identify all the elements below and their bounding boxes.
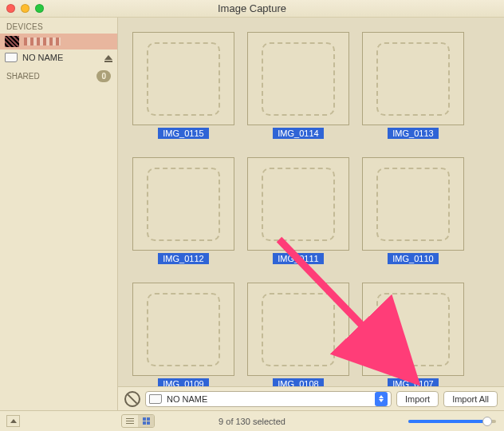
destination-dropdown[interactable]: NO NAME — [145, 391, 392, 407]
import-button[interactable]: Import — [396, 391, 439, 407]
import-toolbar: NO NAME Import Import All — [118, 386, 504, 410]
thumbnail-item[interactable]: IMG_0112 — [132, 157, 234, 265]
thumbnail-label: IMG_0114 — [273, 128, 323, 139]
thumbnail-item[interactable]: IMG_0111 — [247, 157, 349, 265]
dropdown-stepper-icon — [375, 392, 388, 406]
device-name: NO NAME — [22, 53, 100, 62]
thumbnail-label: IMG_0113 — [388, 128, 438, 139]
sidebar-shared-label: SHARED — [6, 72, 40, 81]
thumbnail-label: IMG_0112 — [158, 253, 208, 264]
thumbnail-label: IMG_0115 — [158, 128, 208, 139]
slider-knob[interactable] — [482, 417, 492, 426]
thumbnail-grid: IMG_0115 IMG_0114 IMG_0113 IMG_0112 IMG_… — [118, 18, 504, 386]
thumbnail-label: IMG_0110 — [388, 253, 438, 264]
destination-name: NO NAME — [167, 394, 370, 404]
thumbnail-label: IMG_0108 — [273, 378, 323, 386]
grid-view-button[interactable] — [138, 415, 154, 427]
thumbnail-item[interactable]: IMG_0115 — [132, 32, 234, 140]
import-all-button[interactable]: Import All — [443, 391, 498, 407]
sidebar-section-shared: SHARED 0 — [0, 65, 117, 87]
view-mode-toggle — [121, 414, 155, 428]
grid-icon — [143, 417, 150, 425]
thumbnail-size-slider[interactable] — [408, 420, 496, 423]
thumbnail-scroll-area[interactable]: IMG_0115 IMG_0114 IMG_0113 IMG_0112 IMG_… — [118, 18, 504, 386]
window-titlebar: Image Capture — [0, 0, 504, 18]
list-icon — [126, 418, 134, 425]
sd-card-icon — [5, 53, 18, 62]
minimize-icon[interactable] — [21, 4, 30, 13]
sidebar-item-device-phone[interactable] — [0, 34, 117, 49]
close-icon[interactable] — [6, 4, 15, 13]
eject-icon[interactable] — [104, 55, 112, 60]
phone-icon — [5, 36, 19, 47]
sidebar-section-devices: DEVICES — [0, 18, 117, 34]
device-name-redacted — [24, 38, 61, 45]
footer-bar: 9 of 130 selected — [0, 410, 504, 431]
thumbnail-item[interactable]: IMG_0107 — [362, 283, 464, 386]
thumbnail-item[interactable]: IMG_0113 — [362, 32, 464, 140]
thumbnail-label: IMG_0109 — [158, 378, 208, 386]
shared-count-badge: 0 — [96, 70, 111, 82]
thumbnail-label: IMG_0111 — [273, 253, 323, 264]
list-view-button[interactable] — [122, 415, 138, 427]
sidebar: DEVICES NO NAME SHARED 0 — [0, 18, 118, 410]
window-title: Image Capture — [218, 2, 286, 14]
thumbnail-item[interactable]: IMG_0108 — [247, 283, 349, 386]
thumbnail-label: IMG_0107 — [388, 378, 438, 386]
thumbnail-item[interactable]: IMG_0109 — [132, 283, 234, 386]
zoom-icon[interactable] — [35, 4, 44, 13]
thumbnail-item[interactable]: IMG_0114 — [247, 32, 349, 140]
sd-card-icon — [149, 394, 162, 404]
thumbnail-item[interactable]: IMG_0110 — [362, 157, 464, 265]
window-traffic-lights — [6, 4, 44, 13]
selection-status: 9 of 130 selected — [219, 417, 285, 426]
sidebar-item-device-sd[interactable]: NO NAME — [0, 49, 117, 65]
toggle-sidebar-button[interactable] — [6, 415, 20, 427]
delete-after-import-icon[interactable] — [124, 391, 140, 407]
